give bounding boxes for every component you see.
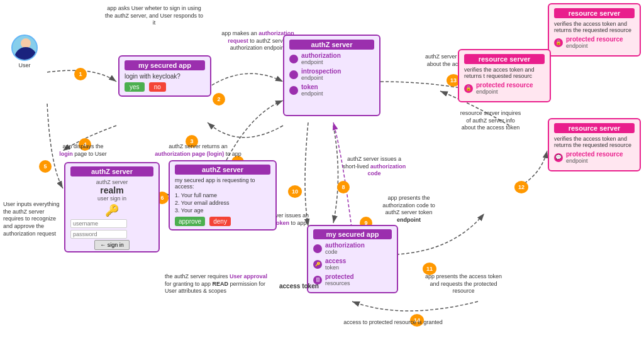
resource-server-top-right: resource server verifies the access toke… bbox=[548, 3, 641, 57]
protected-resource-endpoint-bot: 💬 protected resource endpoint bbox=[554, 151, 635, 164]
annotation-access-granted: access to protected resource is granted bbox=[343, 319, 443, 327]
step-2: 2 bbox=[213, 93, 225, 106]
protected-resource-endpoint-top: 🔒 protected resource endpoint bbox=[554, 36, 635, 49]
authz-permissions-box: authZ server my secured app is requestin… bbox=[169, 160, 277, 231]
authorization-dot bbox=[289, 55, 298, 63]
annotation-user-approval: the authZ server requires User approval … bbox=[165, 273, 269, 295]
deny-button[interactable]: deny bbox=[209, 217, 231, 226]
authz-perms-title: authZ server bbox=[175, 165, 270, 175]
resource-server-bot-title: resource server bbox=[554, 123, 635, 133]
step-12: 12 bbox=[514, 181, 528, 193]
token-dot bbox=[289, 86, 298, 95]
authz-realm-box: authZ server authZ server realm user sig… bbox=[64, 162, 160, 252]
step-8: 8 bbox=[337, 181, 350, 193]
authz-realm-title: authZ server bbox=[70, 166, 153, 176]
resource-server-bot-right: resource server verifies the access toke… bbox=[548, 118, 641, 171]
introspection-dot bbox=[289, 70, 298, 79]
resource-server-mid-title: resource server bbox=[464, 54, 545, 64]
annotation-app-presents-code: app presents the authorization code to a… bbox=[377, 195, 440, 224]
my-app-top-title: my secured app bbox=[125, 60, 205, 70]
authorization-code-item: authorization code bbox=[313, 242, 392, 255]
step-10: 10 bbox=[288, 185, 302, 198]
access-token-label: access token bbox=[279, 283, 319, 290]
user-figure: User bbox=[11, 35, 38, 68]
username-input[interactable] bbox=[70, 219, 127, 228]
introspection-endpoint: introspection endpoint bbox=[289, 68, 374, 81]
my-secured-app-top: my secured app login with keycloak? yes … bbox=[118, 55, 211, 97]
annotation-auth-code: authZ server issues a short-lived author… bbox=[340, 156, 409, 178]
annotation-app-asks-user: app asks User wheter to sign in using th… bbox=[104, 5, 204, 27]
approve-button[interactable]: approve bbox=[175, 217, 205, 226]
password-input[interactable] bbox=[70, 230, 127, 239]
my-app-bot-title: my secured app bbox=[313, 229, 392, 239]
step-5: 5 bbox=[39, 160, 52, 173]
annotation-user-inputs: User inputs everything the authZ server … bbox=[3, 201, 63, 237]
token-endpoint: token endpoint bbox=[289, 84, 374, 97]
resource-server-top-title: resource server bbox=[554, 8, 635, 18]
resource-server-mid-right: resource server verifies the acces token… bbox=[458, 49, 551, 102]
annotation-app-presents-token: app presents the access token and reques… bbox=[423, 273, 504, 295]
protected-resource-endpoint-mid: 🔒 protected resource endpoint bbox=[464, 82, 545, 95]
yes-button[interactable]: yes bbox=[125, 82, 145, 92]
protected-resources-item: 🗄 protected resources bbox=[313, 273, 392, 286]
authz-server-main-title: authZ server bbox=[289, 40, 374, 50]
authz-server-main-box: authZ server authorization endpoint intr… bbox=[283, 35, 380, 116]
diagram-container: User 1 2 3 4 5 6 7 8 9 10 11 12 13 14 ap… bbox=[0, 0, 644, 358]
realm-text: realm bbox=[70, 185, 153, 195]
sign-in-button[interactable]: ← sign in bbox=[94, 240, 130, 250]
access-token-item: 🔑 access token bbox=[313, 258, 392, 271]
no-button[interactable]: no bbox=[149, 82, 166, 92]
annotation-app-displays-login: app displays the login page to User bbox=[58, 143, 108, 158]
annotation-resource-inquires: resource server inquires of authZ server… bbox=[459, 110, 522, 132]
annotation-authz-returns-login: authZ server returns an authorization pa… bbox=[151, 143, 245, 158]
step-1: 1 bbox=[74, 68, 87, 80]
authorization-endpoint: authorization endpoint bbox=[289, 52, 374, 65]
my-secured-app-bottom: my secured app authorization code 🔑 acce… bbox=[307, 225, 398, 293]
